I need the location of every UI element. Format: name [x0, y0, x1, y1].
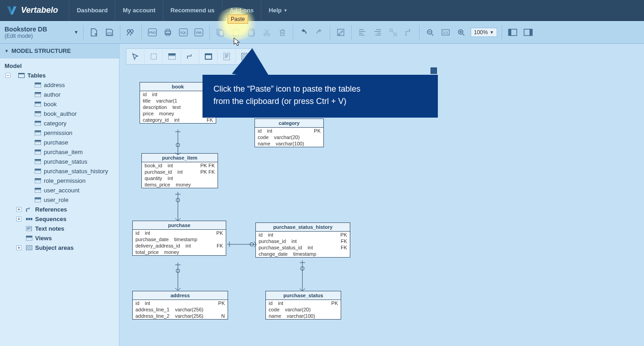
db-column-row: purchase_status_idintFK	[256, 244, 350, 251]
tree-table-item[interactable]: permission	[2, 128, 117, 138]
db-table-purchase_item[interactable]: purchase_itembook_idintPK FKpurchase_idi…	[141, 153, 218, 188]
tree-table-item[interactable]: user_account	[2, 186, 117, 195]
nav-myaccount[interactable]: My account	[115, 0, 163, 21]
model-picker[interactable]: Bookstore DB (Edit mode) ▼	[3, 26, 80, 39]
print-button[interactable]	[161, 26, 175, 39]
table-icon	[35, 169, 41, 174]
brand-text: Vertabelo	[21, 5, 58, 15]
add-note-tool[interactable]	[218, 48, 236, 65]
align-right-button[interactable]	[371, 26, 384, 39]
svg-rect-35	[19, 74, 24, 77]
table-icon	[35, 130, 41, 135]
db-table-purchase_status[interactable]: purchase_statusidintPKcodevarchar(20)nam…	[265, 291, 341, 320]
tree-table-item[interactable]: purchase_item	[2, 147, 117, 157]
add-table-tool[interactable]	[163, 48, 181, 65]
tree-root[interactable]: Model	[2, 61, 117, 71]
share-button[interactable]	[124, 26, 138, 39]
nav-help[interactable]: Help▼	[261, 0, 295, 21]
zoom-out-button[interactable]	[423, 26, 437, 39]
save-button[interactable]	[103, 26, 116, 39]
tree-table-item[interactable]: book_author	[2, 109, 117, 119]
sidebar-header-label: MODEL STRUCTURE	[11, 47, 71, 54]
svg-rect-42	[35, 111, 41, 113]
brand-logo[interactable]: Vertabelo	[6, 5, 58, 16]
svg-rect-51	[35, 151, 41, 155]
zoom-actual-button[interactable]: 1:1	[439, 26, 452, 39]
distribute-button[interactable]	[386, 26, 400, 39]
delete-button[interactable]	[275, 26, 289, 39]
area-icon	[26, 245, 32, 250]
svg-text:1:1: 1:1	[443, 31, 448, 35]
tree-table-item[interactable]: address	[2, 80, 117, 90]
nav-recommend[interactable]: Recommend us	[163, 0, 222, 21]
callout-line1: Click the “Paste” icon to paste the tabl…	[213, 83, 427, 95]
duplicate-button[interactable]: +	[244, 26, 258, 39]
svg-rect-70	[151, 54, 156, 59]
db-table-purchase_status_history[interactable]: purchase_status_historyidintPKpurchase_i…	[255, 222, 350, 258]
tree-table-item[interactable]: purchase_status	[2, 157, 117, 166]
expand-icon[interactable]: +	[16, 207, 21, 212]
svg-rect-45	[35, 123, 41, 126]
db-table-header: category	[255, 119, 323, 128]
table-icon	[35, 188, 41, 193]
expand-icon[interactable]: +	[16, 245, 21, 250]
nav-dashboard[interactable]: Dashboard	[69, 0, 115, 21]
tree-table-item[interactable]: category	[2, 119, 117, 128]
collapse-icon[interactable]: −	[5, 73, 10, 78]
marquee-tool[interactable]	[145, 48, 163, 65]
align-left-button[interactable]	[355, 26, 369, 39]
svg-point-1	[127, 30, 130, 32]
pointer-tool[interactable]	[126, 48, 145, 65]
db-column-row: namevarchar(100)	[266, 313, 341, 319]
callout-close-button[interactable]	[431, 67, 437, 74]
right-panel-toggle[interactable]	[521, 26, 535, 39]
svg-rect-59	[35, 190, 41, 193]
edit-button[interactable]	[334, 26, 348, 39]
export-xml-button[interactable]: XML	[192, 26, 206, 39]
svg-text:SQL: SQL	[180, 31, 187, 35]
svg-rect-43	[35, 113, 41, 116]
table-icon	[35, 102, 41, 107]
paste-button[interactable]	[229, 26, 243, 39]
tree-table-item[interactable]: user_role	[2, 195, 117, 205]
tree-table-item[interactable]: purchase	[2, 138, 117, 147]
tutorial-callout: Click the “Paste” icon to paste the tabl…	[203, 75, 438, 118]
model-tree: Model − Tables addressauthorbookbook_aut…	[0, 58, 119, 346]
tree-table-item[interactable]: book	[2, 99, 117, 109]
tree-table-item[interactable]: role_permission	[2, 176, 117, 186]
sidebar-header[interactable]: ▼ MODEL STRUCTURE	[0, 44, 119, 58]
svg-text:XML: XML	[196, 31, 203, 34]
add-reference-tool[interactable]	[181, 48, 199, 65]
tree-references[interactable]: +References	[2, 205, 117, 214]
left-panel-toggle[interactable]	[506, 26, 519, 39]
svg-rect-56	[35, 178, 41, 180]
db-table-category[interactable]: categoryidintPKcodevarchar(20)namevarcha…	[254, 119, 324, 147]
add-view-tool[interactable]	[199, 48, 218, 65]
undo-button[interactable]	[297, 26, 311, 39]
new-file-button[interactable]	[87, 26, 101, 39]
svg-rect-60	[35, 197, 41, 199]
tree-table-item[interactable]: purchase_status_history	[2, 166, 117, 176]
zoom-in-button[interactable]	[454, 26, 468, 39]
tree-views[interactable]: +Views	[2, 233, 117, 243]
db-column-row: quantityint	[142, 175, 218, 181]
tree-sequences[interactable]: +Sequences	[2, 214, 117, 224]
diagram-canvas[interactable]: bookidinttitlevarchar(1descriptiontextpr…	[119, 44, 644, 346]
tree-subjectareas[interactable]: +Subject areas	[2, 243, 117, 253]
tree-textnotes[interactable]: +Text notes	[2, 224, 117, 233]
export-png-button[interactable]: PNG	[145, 26, 159, 39]
db-table-address[interactable]: addressidintPKaddress_line_1varchar(256)…	[132, 291, 228, 320]
table-group-icon	[18, 73, 25, 78]
redo-button[interactable]	[312, 26, 326, 39]
zoom-select[interactable]: 100%▼	[471, 28, 497, 37]
route-button[interactable]	[402, 26, 415, 39]
svg-point-2	[130, 30, 133, 32]
db-table-purchase[interactable]: purchaseidintPKpurchase_datetimestampdel…	[132, 221, 226, 256]
copy-button[interactable]	[213, 26, 227, 39]
tree-tables[interactable]: − Tables	[2, 71, 117, 80]
tree-table-item[interactable]: author	[2, 90, 117, 99]
cut-button[interactable]	[260, 26, 274, 39]
export-sql-button[interactable]: SQL	[177, 26, 190, 39]
add-area-tool[interactable]	[236, 48, 254, 65]
expand-icon[interactable]: +	[16, 217, 21, 222]
